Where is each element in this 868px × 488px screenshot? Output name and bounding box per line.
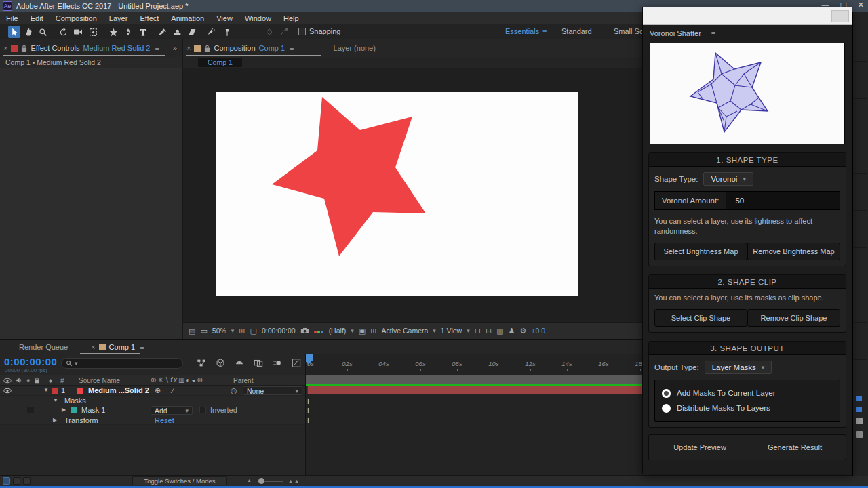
primary-viewer-icon[interactable]: ▭ (200, 327, 207, 336)
menu-window[interactable]: Window (239, 14, 277, 22)
magnification-caret-icon[interactable]: ▾ (231, 327, 235, 334)
rotation-tool-icon[interactable] (57, 26, 69, 38)
toggle-switches-modes-button[interactable]: Toggle Switches / Modes (132, 476, 227, 485)
solo-icon[interactable]: ● (26, 377, 30, 384)
layer-expander-icon[interactable]: ▼ (43, 387, 49, 393)
timeline-button-icon[interactable]: ▥ (496, 327, 503, 336)
number-column[interactable]: # (60, 377, 64, 384)
radio-add-masks[interactable]: Add Masks To Current Layer (662, 386, 833, 401)
remove-brightness-map-button[interactable]: Remove Brightness Map (747, 243, 840, 260)
current-timecode[interactable]: 0:00:00:00 (4, 356, 57, 367)
zoom-out-mountain-icon[interactable]: ▲ (247, 478, 252, 483)
shape-type-dropdown[interactable]: Voronoi▾ (703, 172, 753, 186)
tab-effect-controls[interactable]: Effect Controls (31, 44, 79, 52)
zoom-in-mountain-icon[interactable]: ▲▲ (288, 478, 300, 485)
workspace-small-screen[interactable]: Small Screen (614, 27, 642, 35)
tab-layer[interactable]: Layer (none) (334, 44, 376, 52)
mask1-label[interactable]: Mask 1 (81, 406, 105, 414)
menu-animation[interactable]: Animation (165, 14, 210, 22)
clone-stamp-tool-icon[interactable] (171, 26, 183, 38)
snapping-checkbox[interactable] (298, 28, 306, 35)
quality-sampling-icon[interactable]: ⊕ (155, 386, 161, 395)
masks-group-row[interactable]: ▼ Masks (0, 396, 305, 406)
layer-duration-bar[interactable] (307, 386, 642, 394)
panel-menu-icon[interactable]: ≡ (711, 29, 715, 37)
camera-caret-icon[interactable]: ▾ (433, 327, 436, 334)
parent-dropdown[interactable]: None▾ (243, 386, 302, 395)
hand-tool-icon[interactable] (22, 26, 35, 38)
zoom-tool-icon[interactable] (37, 26, 49, 38)
panel-overflow-icon[interactable]: » (173, 44, 177, 52)
transform-group-row[interactable]: ▶ Transform Reset (0, 415, 305, 426)
transform-label[interactable]: Transform (64, 416, 98, 424)
effect-controls-target[interactable]: Medium Red Solid 2 (83, 44, 150, 52)
composition-name[interactable]: Comp 1 (259, 44, 285, 52)
comp-breadcrumb-button[interactable]: Comp 1 (198, 58, 242, 67)
playhead-handle-icon[interactable] (305, 354, 313, 361)
parent-pickwhip-icon[interactable]: ◎ (231, 386, 237, 395)
radio-distribute-masks[interactable]: Distribute Masks To Layers (662, 401, 833, 415)
type-tool-icon[interactable] (137, 26, 149, 38)
source-name-column[interactable]: Source Name (79, 377, 120, 384)
flowchart-button-icon[interactable]: ♟ (509, 327, 515, 336)
quality-switch-icon[interactable]: ∕ (172, 386, 174, 394)
shy-icon[interactable] (235, 359, 244, 367)
workspace-essentials[interactable]: Essentials (505, 27, 539, 35)
lock-column-icon[interactable] (34, 377, 40, 384)
region-of-interest-icon[interactable]: ▣ (359, 327, 366, 336)
exposure-value[interactable]: +0.0 (531, 327, 545, 335)
grid-options-icon[interactable]: ⊞ (239, 327, 245, 336)
menu-composition[interactable]: Composition (50, 14, 103, 22)
generate-result-button[interactable]: Generate Result (747, 439, 842, 456)
mask1-row[interactable]: ▶ Mask 1 Add▾ Inverted (0, 405, 305, 415)
resolution-caret-icon[interactable]: ▾ (351, 327, 354, 334)
pixel-aspect-icon[interactable]: ⊟ (475, 327, 481, 336)
view-layout-value[interactable]: 1 View (441, 327, 462, 335)
puppet-pin-tool-icon[interactable] (221, 26, 233, 38)
composition-viewport[interactable] (183, 68, 642, 322)
timeline-track-area[interactable]: 0s 02s 04s 06s 08s 10s 12s 14s 16s 18s I… (305, 354, 642, 477)
resolution-value[interactable]: (Half) (329, 327, 347, 335)
transform-expander-icon[interactable]: ▶ (53, 417, 57, 423)
always-preview-icon[interactable]: ▤ (189, 327, 195, 336)
draft-3d-icon[interactable] (216, 359, 225, 367)
voronoi-amount-input[interactable]: 50 (726, 192, 840, 209)
lock-icon[interactable] (21, 45, 27, 52)
transform-reset-link[interactable]: Reset (155, 416, 174, 424)
floating-window-close-button[interactable] (831, 10, 849, 22)
camera-tool-icon[interactable] (72, 26, 84, 38)
menu-help[interactable]: Help (277, 14, 305, 22)
menu-view[interactable]: View (210, 14, 239, 22)
search-caret-icon[interactable]: ▾ (75, 360, 78, 367)
timeline-zoom-knob[interactable] (258, 478, 264, 484)
masks-group-label[interactable]: Masks (64, 396, 86, 405)
menu-file[interactable]: File (0, 14, 24, 22)
parent-column[interactable]: Parent (233, 377, 253, 384)
expand-layer-switches-icon[interactable] (3, 477, 10, 485)
comp-canvas[interactable] (216, 92, 578, 296)
layer-visibility-eye-icon[interactable] (3, 388, 12, 394)
mask-visibility-icon[interactable]: ▢ (250, 327, 257, 336)
switches-column-icons[interactable]: ⊕✳∖fx▥◐◒⊛ (151, 376, 204, 384)
workspace-menu-icon[interactable]: ≡ (542, 27, 547, 35)
channel-settings-icon[interactable] (314, 327, 324, 335)
label-column-icon[interactable]: ♦ (49, 377, 52, 384)
workspace-standard[interactable]: Standard (561, 27, 592, 35)
camera-view-value[interactable]: Active Camera (381, 327, 428, 335)
preview-timecode[interactable]: 0:00:00:00 (262, 327, 296, 335)
mask-mode-dropdown[interactable]: Add▾ (151, 406, 193, 415)
lock-icon[interactable] (204, 45, 210, 52)
menu-edit[interactable]: Edit (24, 14, 50, 22)
mask-visibility-box[interactable] (27, 407, 34, 413)
work-area-bar[interactable] (306, 375, 642, 384)
roto-brush-tool-icon[interactable] (205, 26, 217, 38)
select-clip-shape-button[interactable]: Select Clip Shape (654, 309, 747, 327)
magnification-value[interactable]: 50% (212, 327, 226, 335)
pen-tool-icon[interactable] (122, 26, 134, 38)
expand-inout-controls-icon[interactable] (23, 477, 31, 485)
menu-layer[interactable]: Layer (103, 14, 134, 22)
transparency-grid-icon[interactable]: ⊞ (370, 327, 376, 336)
frame-blending-icon[interactable] (254, 359, 263, 367)
radio-selected-icon[interactable] (662, 389, 671, 398)
output-type-dropdown[interactable]: Layer Masks▾ (705, 361, 772, 374)
